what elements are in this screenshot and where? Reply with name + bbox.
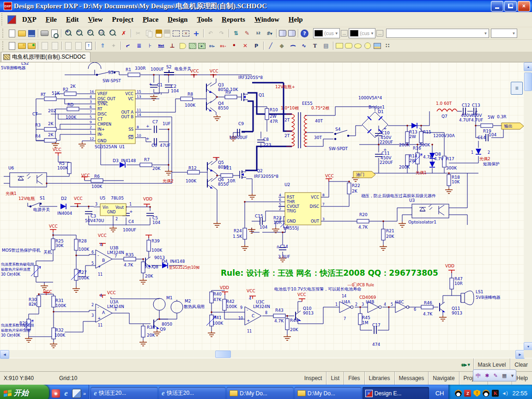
- draw-polygon-icon[interactable]: ◆: [277, 41, 287, 51]
- kaspersky-icon[interactable]: K: [492, 390, 499, 397]
- ime-pen-icon[interactable]: ✎: [494, 373, 498, 379]
- draw-ellipse-icon[interactable]: [354, 43, 362, 48]
- paste-icon[interactable]: [156, 30, 162, 37]
- panel-button-messages[interactable]: Messages: [395, 372, 429, 385]
- place-image-icon[interactable]: [374, 43, 381, 49]
- help-icon[interactable]: ?: [301, 30, 308, 37]
- mask-options-icon[interactable]: ◉▶▼: [458, 363, 473, 367]
- place-text-frame-icon[interactable]: ▤: [321, 41, 331, 51]
- taskbar-task[interactable]: D:\My Do...: [227, 387, 293, 399]
- smart-grid-insert-icon[interactable]: ∷: [382, 41, 393, 51]
- qq-icon[interactable]: [455, 390, 462, 397]
- cut-icon[interactable]: ✂: [133, 28, 143, 38]
- zoom-area-icon[interactable]: ▫: [85, 28, 96, 38]
- build-tools-icon[interactable]: ✦: [109, 41, 119, 51]
- zoom-document-icon[interactable]: □: [97, 28, 107, 38]
- show-desktop-icon[interactable]: [72, 389, 81, 398]
- scroll-left-icon[interactable]: ◀: [0, 350, 9, 359]
- move-selection-icon[interactable]: +: [191, 28, 201, 38]
- downloader-icon[interactable]: Z: [464, 390, 471, 397]
- new-sheet-icon[interactable]: [9, 42, 15, 50]
- panel-button-inspect[interactable]: Inspect: [300, 372, 326, 385]
- place-parameter-icon[interactable]: P: [251, 41, 261, 51]
- paste-array-icon[interactable]: [164, 30, 170, 37]
- title-bar[interactable]: DXP Design Explorer DXP - D:\My Document…: [0, 0, 532, 12]
- scroll-right-icon[interactable]: ▶: [515, 350, 525, 359]
- draw-pie-icon[interactable]: [364, 42, 371, 49]
- wide-combo[interactable]: ▼: [386, 29, 489, 38]
- grid-dropdown-icon[interactable]: #▾: [264, 28, 274, 38]
- draw-line-icon[interactable]: ╱: [266, 41, 276, 51]
- sort-updown-icon[interactable]: ⇅: [231, 28, 241, 38]
- place-power-port-icon[interactable]: ⊥: [167, 41, 177, 51]
- place-bus-entry-icon[interactable]: ⊦: [145, 41, 155, 51]
- copy-document-icon[interactable]: [42, 42, 48, 50]
- taskbar-task[interactable]: e快活王20...: [159, 387, 225, 399]
- next-document-icon[interactable]: [75, 42, 82, 50]
- small-combo[interactable]: ▼: [491, 29, 517, 38]
- menu-item-dxp[interactable]: DXP: [18, 14, 41, 24]
- color-swatch-1[interactable]: (cus▼: [313, 28, 340, 38]
- vertical-scroll-thumb[interactable]: [524, 73, 532, 91]
- menu-item-tools[interactable]: Tools: [192, 14, 217, 24]
- place-port-icon[interactable]: D1▸: [207, 41, 217, 51]
- panel-button-navigate[interactable]: Navigate: [429, 372, 459, 385]
- deselect-all-icon[interactable]: ✕: [182, 30, 189, 36]
- save-all-icon[interactable]: [28, 43, 36, 49]
- horizontal-scroll-thumb[interactable]: [215, 351, 231, 358]
- toolbar-grip[interactable]: [1, 13, 5, 25]
- menu-item-window[interactable]: Window: [250, 14, 284, 24]
- clear-filter-icon[interactable]: ✗: [119, 28, 129, 38]
- toolbar-grip[interactable]: [2, 29, 6, 38]
- taskbar-task[interactable]: D:\My Do...: [295, 387, 361, 399]
- qq2-icon[interactable]: [483, 390, 490, 397]
- place-sheet-entry-icon[interactable]: ▸: [198, 43, 206, 49]
- place-wire-icon[interactable]: ⌐: [121, 39, 134, 52]
- panel-button-files[interactable]: Files: [344, 372, 364, 385]
- vertical-scrollbar[interactable]: ▲ ▼: [524, 62, 532, 350]
- panel-button-libraries[interactable]: Libraries: [365, 372, 394, 385]
- taskbar-task[interactable]: e快活王20...: [91, 387, 157, 399]
- minimize-button[interactable]: [491, 1, 503, 12]
- taskbar-clock[interactable]: 22:55: [512, 390, 527, 397]
- place-offsheet-icon[interactable]: D1»: [218, 41, 228, 51]
- language-bar[interactable]: 中✱✎▦▾: [473, 369, 516, 381]
- security-shield-icon[interactable]: !: [473, 390, 480, 397]
- place-sheet-symbol-icon[interactable]: [189, 43, 196, 49]
- open-document-icon[interactable]: [18, 30, 26, 36]
- tab-schematic-document[interactable]: 电鱼机原理图(自制).SCHDOC: [1, 52, 91, 62]
- place-no-erc-icon[interactable]: ✕: [240, 41, 250, 51]
- ime-keyboard-icon[interactable]: ▦: [502, 373, 507, 379]
- menu-item-help[interactable]: Help: [284, 14, 308, 24]
- schematic-canvas[interactable]: 16VREF4OSC OUT3SYNC6RT7DISC5CT9CMPEN2IN+…: [0, 62, 524, 350]
- start-button[interactable]: 开始: [0, 385, 49, 399]
- redo-icon[interactable]: ↷: [217, 28, 227, 38]
- ime-mode-icon[interactable]: ✱: [485, 373, 489, 379]
- browse-library-icon[interactable]: [279, 30, 286, 36]
- menu-item-edit[interactable]: Edit: [61, 14, 84, 24]
- ime-language-icon[interactable]: 中: [476, 372, 481, 379]
- place-net-label-icon[interactable]: Net: [156, 41, 166, 51]
- place-bus-icon[interactable]: ≣: [134, 41, 144, 51]
- zoom-in-icon[interactable]: +: [63, 28, 73, 38]
- print-preview-icon[interactable]: [51, 30, 58, 37]
- draw-round-rectangle-icon[interactable]: [345, 43, 352, 48]
- new-document-icon[interactable]: [9, 30, 15, 37]
- print-icon[interactable]: [41, 30, 48, 36]
- close-button[interactable]: ×: [518, 1, 530, 12]
- compile-document-icon[interactable]: ↑: [85, 42, 92, 50]
- horizontal-scrollbar[interactable]: ◀ ▶: [0, 350, 524, 358]
- zoom-selection-icon[interactable]: ·: [108, 28, 118, 38]
- zoom-out-icon[interactable]: −: [74, 28, 85, 38]
- annotate-wizard-icon[interactable]: ✎: [242, 28, 252, 38]
- edit-document-icon[interactable]: [52, 42, 58, 50]
- toolbar-grip[interactable]: [2, 41, 6, 51]
- quick-launch-overflow-icon[interactable]: »: [83, 391, 86, 396]
- scroll-up-icon[interactable]: ▲: [524, 62, 532, 71]
- menu-item-place[interactable]: Place: [138, 14, 163, 24]
- save-document-icon[interactable]: [28, 30, 35, 37]
- place-part-icon[interactable]: [180, 43, 186, 49]
- copy-icon[interactable]: [144, 28, 154, 38]
- menu-item-design[interactable]: Design: [163, 14, 192, 24]
- internet-explorer-icon[interactable]: e: [62, 389, 70, 398]
